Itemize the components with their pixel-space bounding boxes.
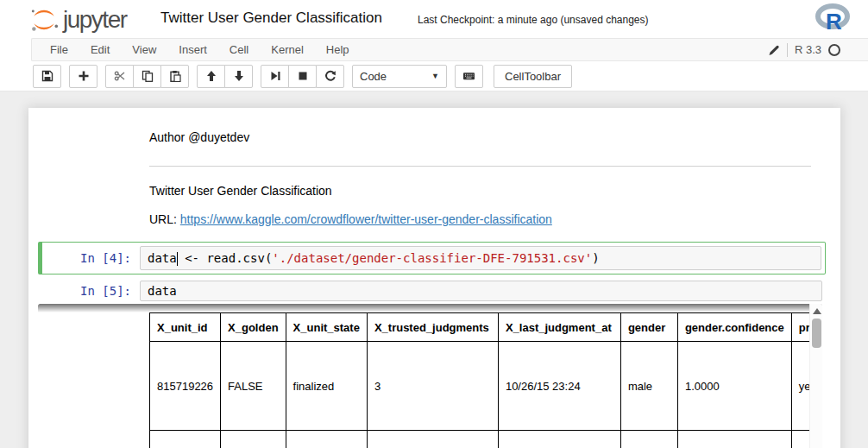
cell-type-value: Code (360, 70, 387, 83)
input-prompt-5: In [5]: (38, 277, 140, 305)
menu-view[interactable]: View (121, 39, 167, 60)
kaggle-dataset-link[interactable]: https://www.kaggle.com/crowdflower/twitt… (180, 212, 552, 226)
table-cell (367, 431, 498, 448)
table-row: 815719226 FALSE finalized 3 10/26/15 23:… (150, 342, 823, 431)
code-line-4: data <- read.csv('./dataset/gender-class… (148, 251, 600, 266)
notebook-title[interactable]: Twitter User Gender Classification (160, 9, 382, 27)
move-up-icon (205, 70, 217, 82)
input-prompt-4: In [4]: (42, 243, 140, 274)
keyboard-icon (462, 70, 475, 82)
table-cell: FALSE (221, 342, 286, 431)
copy-icon (142, 70, 154, 82)
menu-file[interactable]: File (39, 39, 79, 60)
table-cell (677, 431, 791, 448)
table-cell (286, 431, 367, 448)
output-scroll-area[interactable]: X_unit_id X_golden X_unit_state X_truste… (38, 304, 822, 448)
col-header: X_unit_state (286, 313, 367, 342)
output-scroll-inset-shadow (38, 304, 822, 312)
restart-icon (324, 70, 337, 82)
menubar-status-area: R 3.3 (768, 39, 852, 60)
pencil-icon (768, 44, 780, 56)
run-icon (269, 70, 281, 82)
cell-type-dropdown[interactable]: Code ▼ (352, 65, 447, 88)
col-header: gender.confidence (677, 313, 791, 342)
move-down-icon (233, 70, 245, 82)
output-vertical-scrollbar[interactable] (809, 304, 822, 448)
paste-button[interactable] (160, 65, 189, 88)
celltoolbar-button[interactable]: CellToolbar (494, 65, 572, 88)
table-cell: 1.0000 (677, 342, 791, 431)
menu-edit[interactable]: Edit (79, 39, 121, 60)
table-cell: 815719226 (150, 342, 221, 431)
save-icon (41, 70, 53, 82)
cut-button[interactable] (105, 65, 134, 88)
table-cell (150, 431, 221, 448)
col-header: X_trusted_judgments (367, 313, 498, 342)
col-header: gender (620, 313, 677, 342)
markdown-cell-title[interactable]: Twitter User Gender Classification (149, 184, 332, 198)
code-input-5[interactable]: data (140, 281, 822, 301)
menu-kernel[interactable]: Kernel (260, 39, 315, 60)
table-cell: finalized (286, 342, 367, 431)
run-cell-button[interactable] (261, 65, 289, 88)
table-cell: 10/26/15 23:24 (498, 342, 620, 431)
scrollbar-up-arrow-icon[interactable] (813, 308, 821, 314)
table-cell (221, 431, 286, 448)
table-row (150, 431, 823, 448)
markdown-cell-author[interactable]: Author @duyetdev (149, 130, 249, 144)
kernel-idle-circle-icon (828, 44, 840, 56)
move-cell-up-button[interactable] (197, 65, 225, 88)
jupyter-logo-icon (28, 4, 60, 35)
checkpoint-status: Last Checkpoint: a minute ago (unsaved c… (418, 14, 649, 26)
jupyter-logo-text: jupyter (63, 6, 127, 34)
menubar-divider (787, 43, 788, 57)
stop-icon (297, 70, 309, 82)
menu-cell[interactable]: Cell (218, 39, 260, 60)
cut-icon (114, 70, 126, 82)
notebook-container: Author @duyetdev Twitter User Gender Cla… (28, 108, 840, 448)
table-cell: 3 (367, 342, 498, 431)
table-cell: male (620, 342, 677, 431)
scrollbar-thumb[interactable] (812, 319, 821, 348)
code-cell-4[interactable]: In [4]: data <- read.csv('./dataset/gend… (38, 242, 826, 274)
move-cell-down-button[interactable] (224, 65, 253, 88)
col-header: X_last_judgment_at (498, 313, 620, 342)
copy-button[interactable] (133, 65, 161, 88)
markdown-cell-url: URL: https://www.kaggle.com/crowdflower/… (149, 212, 552, 226)
code-input-4[interactable]: data <- read.csv('./dataset/gender-class… (140, 246, 821, 270)
menubar: File Edit View Insert Cell Kernel Help R… (31, 38, 868, 61)
command-palette-button[interactable] (455, 65, 483, 88)
table-header-row: X_unit_id X_golden X_unit_state X_truste… (150, 313, 823, 342)
notebook-header: jupyter Twitter User Gender Classificati… (0, 0, 868, 38)
menu-help[interactable]: Help (315, 39, 361, 60)
save-button[interactable] (33, 65, 61, 88)
r-kernel-logo-icon: R (815, 3, 852, 35)
restart-kernel-button[interactable] (316, 65, 344, 88)
menu-insert[interactable]: Insert (167, 39, 218, 60)
url-label: URL: (149, 212, 180, 226)
svg-text:R: R (826, 9, 842, 35)
code-line-5: data (148, 284, 177, 298)
add-cell-button[interactable] (69, 65, 97, 88)
chevron-down-icon: ▼ (431, 72, 439, 80)
table-cell (620, 431, 677, 448)
jupyter-logo[interactable]: jupyter (28, 4, 127, 35)
notebook-page-background: Author @duyetdev Twitter User Gender Cla… (0, 91, 868, 448)
interrupt-kernel-button[interactable] (288, 65, 317, 88)
code-cell-5[interactable]: In [5]: data (38, 277, 826, 305)
table-cell (498, 431, 620, 448)
paste-icon (169, 70, 181, 82)
add-cell-icon (78, 70, 90, 82)
col-header: X_golden (221, 313, 286, 342)
col-header: X_unit_id (150, 313, 221, 342)
toolbar: Code ▼ CellToolbar (0, 61, 868, 91)
dataframe-table: X_unit_id X_golden X_unit_state X_truste… (149, 312, 822, 448)
markdown-divider (149, 166, 811, 167)
kernel-name: R 3.3 (795, 43, 821, 56)
